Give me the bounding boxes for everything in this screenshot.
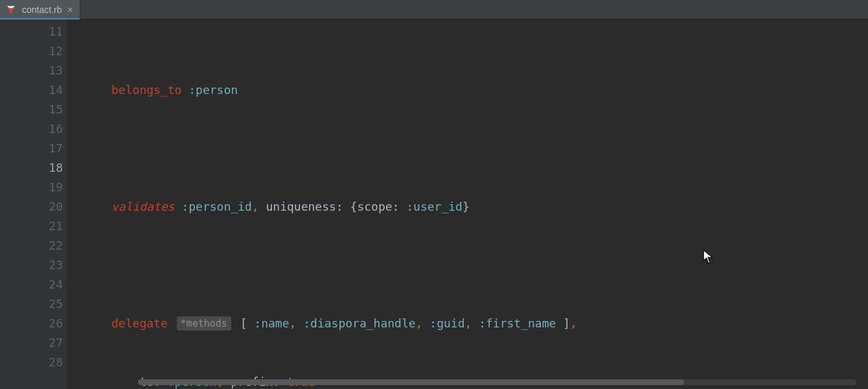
horizontal-scrollbar[interactable]	[138, 379, 856, 385]
line-number-gutter: 111213141516171819202122232425262728	[0, 19, 67, 389]
line-number: 25	[0, 294, 63, 314]
line-number: 13	[0, 61, 63, 80]
parameter-hint: *methods	[177, 316, 231, 331]
code-area[interactable]: belongs_to :person validates :person_id,…	[67, 19, 868, 389]
keyword: validates	[111, 200, 175, 213]
line-number: 12	[0, 41, 63, 61]
line-number: 26	[0, 314, 63, 333]
symbol: :person_id	[181, 200, 251, 213]
close-icon[interactable]: ×	[67, 5, 73, 15]
keyword: belongs_to	[111, 83, 181, 97]
tab-label: contact.rb	[22, 5, 62, 15]
code-editor[interactable]: 111213141516171819202122232425262728 bel…	[0, 19, 868, 389]
scrollbar-thumb[interactable]	[138, 379, 684, 385]
line-number: 11	[0, 22, 63, 41]
line-number: 23	[0, 255, 63, 275]
code-line[interactable]	[67, 255, 868, 275]
line-number: 28	[0, 353, 63, 372]
line-number: 14	[0, 80, 63, 100]
line-number: 15	[0, 100, 63, 119]
code-line[interactable]: delegate *methods [ :name, :diaspora_han…	[67, 314, 868, 333]
line-number: 20	[0, 197, 63, 217]
line-number: 16	[0, 119, 63, 139]
line-number: 19	[0, 178, 63, 197]
line-number: 24	[0, 275, 63, 294]
keyword: delegate	[111, 316, 168, 330]
line-number: 22	[0, 236, 63, 255]
line-number: 21	[0, 217, 63, 236]
line-number: 17	[0, 139, 63, 158]
line-number: 27	[0, 333, 63, 353]
code-line[interactable]: validates :person_id, uniqueness: {scope…	[67, 197, 868, 217]
line-number: 18	[0, 158, 63, 178]
code-line[interactable]: belongs_to :person	[67, 80, 868, 100]
tab-contact-rb[interactable]: contact.rb ×	[0, 0, 80, 19]
ruby-file-icon	[5, 4, 17, 16]
symbol: :person	[188, 83, 238, 97]
code-line[interactable]	[67, 139, 868, 158]
tab-bar: contact.rb ×	[0, 0, 868, 19]
